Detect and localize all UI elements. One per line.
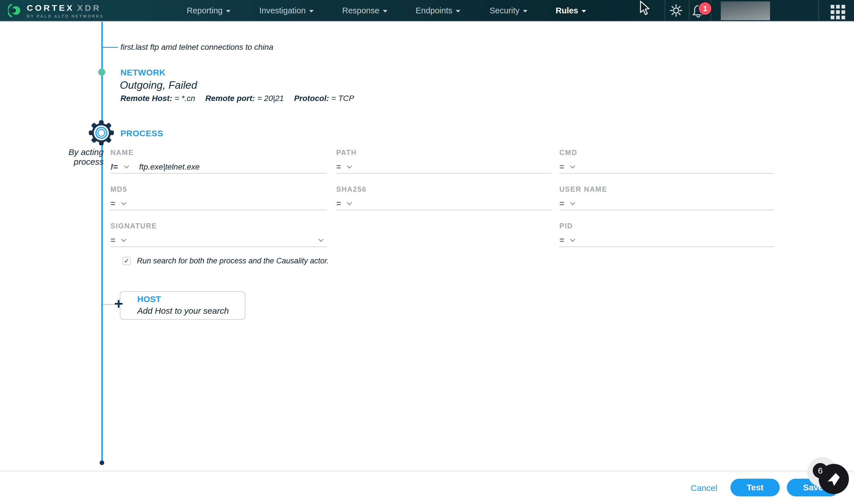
- mouse-cursor: [640, 1, 652, 17]
- field-path: PATH =: [336, 148, 552, 174]
- brand-logo[interactable]: CORTEXXDR BY PALO ALTO NETWORKS: [8, 3, 104, 18]
- rule-title: first.last ftp amd telnet connections to…: [120, 43, 273, 52]
- field-pid-input[interactable]: =: [559, 234, 774, 247]
- field-md5: MD5 =: [110, 185, 327, 211]
- top-nav-bar: CORTEXXDR BY PALO ALTO NETWORKS Reportin…: [0, 0, 854, 22]
- field-name-input[interactable]: != ftp.exe|telnet.exe: [110, 161, 327, 174]
- checkmark-icon: ✓: [124, 257, 129, 265]
- user-account-redacted[interactable]: [721, 1, 770, 20]
- field-cmd: CMD =: [559, 148, 774, 174]
- field-signature: SIGNATURE =: [110, 222, 327, 247]
- field-pid-label: PID: [559, 222, 774, 230]
- chevron-down-icon[interactable]: [570, 163, 575, 168]
- operator-select[interactable]: =: [559, 162, 564, 172]
- chevron-down-icon: [226, 10, 231, 13]
- field-user-name: USER NAME =: [559, 185, 774, 211]
- field-signature-select[interactable]: =: [110, 234, 327, 247]
- causality-checkbox-row: ✓ Run search for both the process and th…: [122, 256, 329, 265]
- causality-checkbox[interactable]: ✓: [122, 257, 130, 265]
- operator-select[interactable]: =: [336, 199, 341, 208]
- chevron-down-icon: [523, 10, 527, 13]
- assistant-flag-icon: [826, 471, 842, 487]
- process-heading[interactable]: PROCESS: [120, 129, 163, 138]
- nav-item-endpoints[interactable]: Endpoints: [416, 0, 460, 21]
- timeline-end-dot: [100, 461, 104, 465]
- plus-icon[interactable]: +: [114, 295, 123, 312]
- chevron-down-icon[interactable]: [121, 200, 126, 205]
- cancel-button[interactable]: Cancel: [691, 483, 717, 493]
- field-name-value[interactable]: ftp.exe|telnet.exe: [139, 162, 200, 172]
- field-sha256: SHA256 =: [336, 185, 552, 211]
- field-signature-label: SIGNATURE: [110, 222, 327, 230]
- process-connector-label: By acting process: [43, 147, 104, 167]
- operator-select[interactable]: =: [559, 236, 564, 245]
- footer-divider: [0, 471, 854, 472]
- nav-item-security[interactable]: Security: [490, 0, 527, 21]
- network-heading[interactable]: NETWORK: [120, 68, 165, 77]
- cortex-logo-icon: [8, 3, 22, 18]
- notification-count-badge[interactable]: 1: [699, 2, 711, 15]
- nav-separator: [818, 0, 819, 21]
- criterion-protocol: Protocol:= TCP: [294, 94, 354, 103]
- field-pid: PID =: [559, 222, 774, 247]
- nav-item-response[interactable]: Response: [342, 0, 387, 21]
- process-node-gear-icon[interactable]: [89, 120, 114, 146]
- field-md5-label: MD5: [110, 185, 327, 193]
- field-user-name-label: USER NAME: [559, 185, 774, 193]
- field-md5-input[interactable]: =: [110, 197, 327, 211]
- causality-checkbox-label[interactable]: Run search for both the process and the …: [137, 256, 329, 265]
- assistant-widget-count[interactable]: 6: [813, 463, 828, 478]
- rule-title-connector: [102, 47, 118, 48]
- criterion-remote-host: Remote Host:= *.cn: [120, 94, 195, 103]
- chevron-down-icon: [456, 10, 460, 13]
- operator-select[interactable]: =: [110, 199, 115, 208]
- chevron-down-icon[interactable]: [124, 163, 129, 168]
- nav-item-reporting[interactable]: Reporting: [187, 0, 231, 21]
- field-path-input[interactable]: =: [336, 161, 552, 174]
- nav-item-rules[interactable]: Rules: [556, 0, 586, 21]
- chevron-down-icon: [383, 10, 387, 13]
- settings-gear-icon[interactable]: [669, 4, 683, 17]
- chevron-down-icon[interactable]: [570, 237, 575, 242]
- field-name: NAME != ftp.exe|telnet.exe: [110, 148, 327, 174]
- field-user-name-input[interactable]: =: [559, 197, 774, 211]
- criterion-remote-port: Remote port:= 20|21: [205, 94, 284, 103]
- brand-suffix: XDR: [77, 3, 101, 13]
- host-card-subtitle[interactable]: Add Host to your search: [137, 306, 229, 316]
- nav-separator: [665, 0, 665, 21]
- operator-select[interactable]: !=: [110, 162, 118, 172]
- timeline-line: [101, 22, 103, 463]
- operator-select[interactable]: =: [559, 199, 564, 208]
- host-card-title[interactable]: HOST: [137, 294, 161, 304]
- nav-item-investigation[interactable]: Investigation: [259, 0, 314, 21]
- chevron-down-icon[interactable]: [318, 237, 324, 242]
- field-cmd-input[interactable]: =: [559, 161, 774, 174]
- operator-select[interactable]: =: [336, 162, 341, 172]
- field-sha256-input[interactable]: =: [336, 197, 552, 211]
- app-switcher-grid-icon[interactable]: [831, 5, 846, 20]
- chevron-down-icon[interactable]: [121, 237, 126, 242]
- brand-tagline: BY PALO ALTO NETWORKS: [27, 14, 104, 18]
- brand-text: CORTEXXDR BY PALO ALTO NETWORKS: [27, 3, 104, 18]
- chevron-down-icon[interactable]: [347, 200, 352, 205]
- chevron-down-icon: [309, 10, 314, 13]
- network-summary: Outgoing, Failed: [120, 79, 197, 91]
- brand-name: CORTEX: [27, 3, 74, 13]
- network-criteria: Remote Host:= *.cn Remote port:= 20|21 P…: [120, 94, 362, 103]
- network-node-dot: [98, 69, 105, 76]
- field-cmd-label: CMD: [559, 148, 774, 157]
- test-button[interactable]: Test: [730, 479, 780, 496]
- nav-separator: [689, 0, 690, 21]
- field-name-label: NAME: [110, 148, 327, 157]
- operator-select[interactable]: =: [110, 236, 115, 245]
- chevron-down-icon[interactable]: [347, 163, 352, 168]
- field-path-label: PATH: [336, 148, 552, 157]
- field-sha256-label: SHA256: [336, 185, 552, 193]
- chevron-down-icon: [581, 10, 586, 13]
- chevron-down-icon[interactable]: [570, 200, 575, 205]
